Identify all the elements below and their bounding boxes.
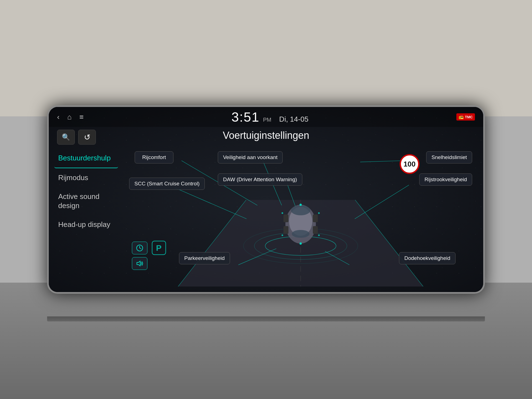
svg-rect-20: [283, 226, 288, 234]
svg-line-33: [140, 248, 141, 249]
svg-point-27: [282, 234, 283, 236]
sidebar-item-active-sound[interactable]: Active sound design: [54, 187, 118, 215]
car-svg: [270, 201, 331, 245]
clock-date: Di, 14-05: [279, 115, 309, 123]
clock-ampm: PM: [263, 117, 271, 123]
svg-point-26: [318, 212, 320, 214]
svg-line-2: [178, 200, 246, 287]
search-button[interactable]: 🔍: [57, 130, 75, 145]
back-button[interactable]: ‹: [57, 113, 60, 121]
svg-line-3: [355, 200, 423, 287]
speed-sign: 100: [400, 154, 420, 174]
home-button[interactable]: ⌂: [67, 113, 72, 121]
svg-line-11: [360, 161, 403, 162]
main-content: Rijcomfort Veiligheid aan voorkant SCC (…: [124, 146, 478, 287]
dodehoek-button[interactable]: Dodehoekveiligheid: [399, 252, 456, 264]
clock-icon-button[interactable]: [132, 242, 147, 254]
svg-line-14: [325, 251, 349, 265]
parking-svg: P: [151, 240, 167, 255]
bottom-icons: [132, 242, 147, 270]
scc-button[interactable]: SCC (Smart Cruise Control): [129, 178, 205, 190]
parking-icon: P: [151, 240, 167, 259]
car-diagram: [270, 201, 331, 250]
svg-point-28: [318, 234, 320, 236]
speed-value: 100: [403, 160, 415, 168]
clock-svg-icon: [136, 244, 144, 252]
snelheidslimiet-button[interactable]: Snelheidslimiet: [426, 151, 472, 163]
svg-text:P: P: [156, 243, 162, 252]
page-title: Voertuiginstellingen: [49, 130, 483, 141]
car-infotainment-screen: ‹ ⌂ ≡ 3:51 PM Di, 14-05 📻 TMC 🔍: [47, 105, 485, 294]
svg-rect-21: [313, 214, 318, 222]
sound-icon-button[interactable]: [132, 257, 147, 270]
svg-line-13: [238, 249, 276, 265]
rijstrook-button[interactable]: Rijstrookveiligheid: [419, 173, 472, 186]
screen-bottom-bezel: [47, 316, 485, 321]
daw-button[interactable]: DAW (Driver Attention Warning): [218, 173, 302, 186]
svg-point-18: [292, 230, 310, 238]
tmc-label: TMC: [465, 115, 473, 119]
svg-rect-19: [283, 214, 288, 222]
menu-button[interactable]: ≡: [79, 113, 83, 121]
top-bar: ‹ ⌂ ≡ 3:51 PM Di, 14-05 📻 TMC: [49, 107, 483, 127]
svg-point-17: [291, 205, 310, 215]
svg-line-9: [175, 188, 247, 219]
radio-icon: 📻: [459, 114, 464, 119]
parkeer-button[interactable]: Parkeerveiligheid: [179, 252, 230, 264]
sound-svg-icon: [136, 260, 144, 267]
action-buttons-area: 🔍 ↺: [57, 130, 96, 145]
svg-point-24: [300, 242, 302, 245]
sidebar: Bestuurdershulp Rijmodus Active sound de…: [54, 149, 118, 234]
top-right-area: 📻 TMC: [456, 113, 475, 121]
svg-rect-22: [313, 226, 318, 234]
sidebar-item-bestuurders[interactable]: Bestuurdershulp: [54, 149, 118, 168]
veiligheid-button[interactable]: Veiligheid aan voorkant: [218, 151, 283, 163]
svg-point-25: [282, 212, 283, 214]
sidebar-item-head-up[interactable]: Head-up display: [54, 215, 118, 234]
svg-line-12: [355, 185, 409, 219]
clock-time: 3:51: [231, 110, 259, 124]
svg-marker-34: [137, 261, 140, 266]
search-icon: 🔍: [62, 133, 70, 141]
tmc-badge: 📻 TMC: [456, 113, 475, 121]
svg-point-23: [300, 204, 302, 206]
refresh-button[interactable]: ↺: [78, 130, 96, 145]
diagram-area: Rijcomfort Veiligheid aan voorkant SCC (…: [124, 146, 478, 287]
clock-area: 3:51 PM Di, 14-05: [84, 109, 456, 125]
sidebar-item-rijmodus[interactable]: Rijmodus: [54, 168, 118, 187]
refresh-icon: ↺: [84, 133, 90, 142]
rijcomfort-button[interactable]: Rijcomfort: [135, 151, 173, 163]
